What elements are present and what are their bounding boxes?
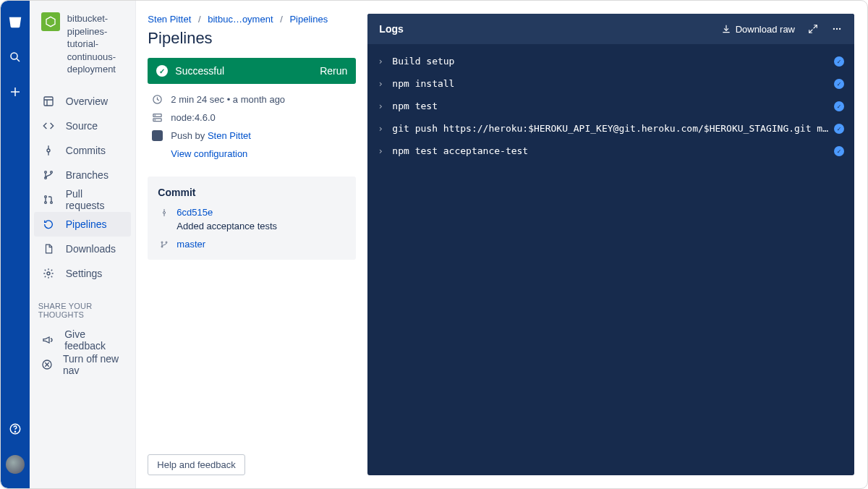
commit-hash-link[interactable]: 6cd515e xyxy=(176,207,213,218)
svg-point-19 xyxy=(47,272,50,275)
sidebar-item-give-feedback[interactable]: Give feedback xyxy=(34,328,132,352)
sidebar-item-turn-off-nav[interactable]: Turn off new nav xyxy=(34,352,132,377)
breadcrumb-owner[interactable]: Sten Pittet xyxy=(148,14,191,25)
logs-panel: Logs Download raw › Build setup ✓ xyxy=(367,14,854,475)
download-raw-button[interactable]: Download raw xyxy=(721,24,795,35)
page-title: Pipelines xyxy=(148,29,356,48)
log-line[interactable]: › npm test ✓ xyxy=(378,101,844,111)
svg-marker-6 xyxy=(46,17,55,26)
push-prefix: Push by xyxy=(171,130,208,141)
log-line[interactable]: › npm test acceptance-test ✓ xyxy=(378,145,844,156)
sidebar-item-downloads[interactable]: Downloads xyxy=(34,237,132,261)
push-user-link[interactable]: Sten Pittet xyxy=(208,130,251,141)
success-badge-icon: ✓ xyxy=(834,56,844,67)
sidebar-item-label: Give feedback xyxy=(64,328,124,352)
sidebar-item-label: Branches xyxy=(66,169,109,181)
success-badge-icon: ✓ xyxy=(834,124,844,134)
help-icon[interactable] xyxy=(7,420,24,438)
sidebar-item-label: Pipelines xyxy=(66,218,107,230)
sidebar-item-label: Commits xyxy=(66,145,106,156)
log-text: npm test xyxy=(392,101,828,111)
svg-point-32 xyxy=(166,242,167,243)
svg-point-17 xyxy=(44,201,46,203)
server-icon xyxy=(149,112,165,123)
download-icon xyxy=(721,24,731,34)
chevron-right-icon: › xyxy=(378,101,388,111)
more-icon[interactable] xyxy=(831,24,843,34)
svg-point-13 xyxy=(44,171,46,173)
expand-icon[interactable] xyxy=(808,24,818,34)
commit-heading: Commit xyxy=(158,187,346,198)
bitbucket-logo-icon[interactable] xyxy=(7,14,24,31)
repo-title: bitbucket-pipelines-tutorial-continuous-… xyxy=(67,12,127,76)
overview-icon xyxy=(41,95,56,107)
log-line[interactable]: › Build setup ✓ xyxy=(378,56,844,67)
avatar[interactable] xyxy=(6,455,25,474)
search-icon[interactable] xyxy=(7,48,24,66)
sidebar-item-pipelines[interactable]: Pipelines xyxy=(34,212,132,237)
breadcrumb-repo[interactable]: bitbuc…oyment xyxy=(208,14,273,25)
chevron-right-icon: › xyxy=(378,145,388,156)
svg-point-31 xyxy=(161,242,163,243)
svg-point-39 xyxy=(839,28,841,30)
download-raw-label: Download raw xyxy=(736,24,795,35)
status-text: Successful xyxy=(175,65,224,77)
branches-icon xyxy=(41,169,56,181)
success-badge-icon: ✓ xyxy=(834,146,844,156)
sidebar-item-commits[interactable]: Commits xyxy=(34,138,132,163)
svg-point-5 xyxy=(14,431,15,432)
breadcrumb-page[interactable]: Pipelines xyxy=(289,14,328,25)
svg-line-1 xyxy=(17,59,20,61)
logs-body: › Build setup ✓ › npm install ✓ › npm te… xyxy=(367,44,854,179)
meta-image: node:4.6.0 xyxy=(148,112,356,123)
svg-point-18 xyxy=(50,201,52,203)
meta-duration: 2 min 24 sec • a month ago xyxy=(148,94,356,105)
sidebar-item-label: Overview xyxy=(66,95,108,107)
svg-point-26 xyxy=(155,115,156,116)
sidebar-item-source[interactable]: Source xyxy=(34,114,132,138)
clock-icon xyxy=(149,94,165,105)
pull-requests-icon xyxy=(41,194,56,205)
sidebar-item-label: Source xyxy=(66,120,98,132)
log-line[interactable]: › npm install ✓ xyxy=(378,78,844,89)
log-line[interactable]: › git push https://heroku:$HEROKU_API_KE… xyxy=(378,123,844,134)
logs-title: Logs xyxy=(379,23,707,35)
chevron-right-icon: › xyxy=(378,56,388,67)
sidebar-item-label: Turn off new nav xyxy=(63,353,124,376)
pipeline-detail-pane: Sten Pittet / bitbuc…oyment / Pipelines … xyxy=(136,1,367,488)
commits-icon xyxy=(41,145,56,156)
chevron-right-icon: › xyxy=(378,78,388,89)
log-text: npm test acceptance-test xyxy=(392,145,828,156)
sidebar-item-branches[interactable]: Branches xyxy=(34,163,132,187)
branch-icon xyxy=(158,239,171,250)
meta-duration-text: 2 min 24 sec • a month ago xyxy=(171,94,285,105)
sidebar-item-settings[interactable]: Settings xyxy=(34,261,132,286)
sidebar-item-pull-requests[interactable]: Pull requests xyxy=(34,187,132,212)
svg-point-27 xyxy=(155,119,156,120)
branch-link[interactable]: master xyxy=(176,239,205,250)
help-feedback-button[interactable]: Help and feedback xyxy=(148,454,244,475)
success-badge-icon: ✓ xyxy=(834,79,844,89)
svg-line-36 xyxy=(809,30,813,33)
chevron-right-icon: › xyxy=(378,123,388,134)
source-icon xyxy=(41,120,56,132)
sidebar-section-heading: SHARE YOUR THOUGHTS xyxy=(30,290,136,323)
downloads-icon xyxy=(41,243,56,255)
commit-icon xyxy=(158,207,171,218)
status-bar: ✓ Successful Rerun xyxy=(148,58,356,84)
rerun-button[interactable]: Rerun xyxy=(320,65,347,77)
breadcrumb: Sten Pittet / bitbuc…oyment / Pipelines xyxy=(148,14,356,25)
svg-point-14 xyxy=(50,171,52,173)
megaphone-icon xyxy=(41,334,54,346)
success-badge-icon: ✓ xyxy=(834,101,844,111)
meta-image-text: node:4.6.0 xyxy=(171,112,215,123)
svg-point-37 xyxy=(833,28,835,30)
svg-point-38 xyxy=(836,28,838,30)
view-configuration-link[interactable]: View configuration xyxy=(171,148,247,159)
check-circle-icon: ✓ xyxy=(156,65,168,77)
svg-point-16 xyxy=(44,195,46,197)
plus-icon[interactable] xyxy=(7,83,24,101)
sidebar-item-label: Pull requests xyxy=(66,188,124,211)
commit-card: Commit 6cd515e Added acceptance tests ma… xyxy=(148,177,356,260)
sidebar-item-overview[interactable]: Overview xyxy=(34,89,132,114)
